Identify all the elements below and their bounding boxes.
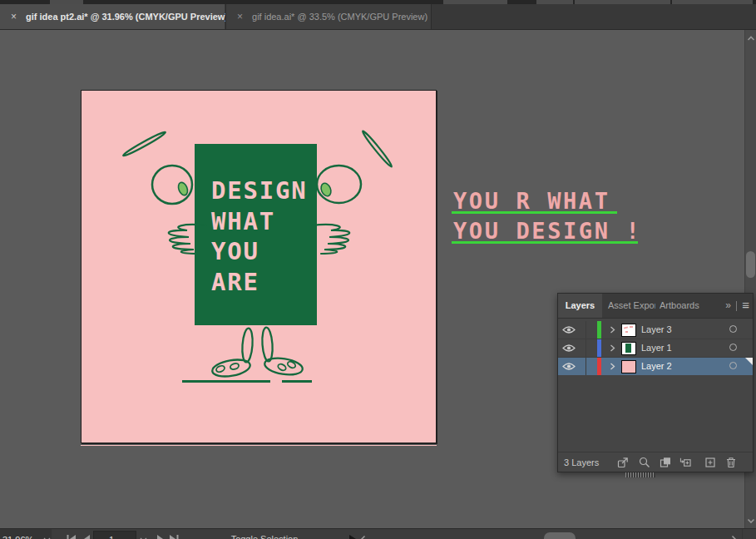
selection-corner-indicator — [745, 358, 753, 365]
layer-name[interactable]: Layer 3 — [641, 321, 672, 339]
left-eyebrow[interactable] — [122, 131, 166, 158]
column-divider — [586, 321, 586, 339]
text-underline-1 — [452, 211, 617, 214]
layer-row-layer-2[interactable]: Layer 2 — [558, 357, 753, 375]
panel-overflow-icon[interactable]: » — [725, 294, 731, 318]
layer-color-bar — [597, 321, 601, 339]
layer-thumbnail[interactable] — [621, 342, 636, 355]
column-divider — [586, 339, 586, 357]
floating-text-line-2[interactable]: YOU DESIGN ! — [453, 220, 641, 242]
sign-text-line-2[interactable]: WHAT — [211, 207, 275, 235]
vertical-scrollbar-thumb[interactable] — [746, 251, 755, 278]
expand-chevron-icon[interactable] — [610, 363, 615, 370]
layer-color-bar — [597, 339, 601, 357]
scroll-up-icon[interactable] — [747, 35, 755, 42]
expand-chevron-icon[interactable] — [610, 326, 615, 334]
artwork-canvas[interactable]: DESIGN WHAT YOU ARE — [82, 91, 436, 443]
artboard-number-field[interactable]: 1 — [93, 531, 136, 539]
zoom-level-value: 31.96% — [0, 535, 33, 539]
sign-text-line-3[interactable]: YOU — [211, 237, 259, 265]
clipping-mask-icon[interactable] — [660, 457, 671, 468]
status-flyout-icon[interactable] — [347, 534, 358, 539]
locate-object-icon[interactable] — [639, 457, 650, 468]
layer-thumbnail[interactable] — [621, 360, 636, 373]
layer-count-label: 3 Layers — [564, 452, 599, 472]
horizontal-scrollbar-thumb[interactable] — [544, 532, 576, 539]
panel-tab-asset-export[interactable]: Asset Export — [608, 294, 655, 318]
scroll-down-icon[interactable] — [747, 517, 755, 524]
panel-resize-grip[interactable] — [625, 472, 655, 477]
collect-for-export-icon[interactable] — [617, 457, 629, 468]
artboard[interactable]: DESIGN WHAT YOU ARE — [81, 90, 437, 443]
panel-tab-artboards[interactable]: Artboards — [660, 294, 706, 318]
next-artboard-icon[interactable] — [155, 534, 166, 539]
column-divider — [586, 358, 586, 375]
right-leg[interactable] — [261, 327, 274, 362]
layers-panel-header: Layers Asset Export Artboards » ≡ — [558, 294, 753, 319]
left-foot-toe-2[interactable] — [230, 363, 240, 370]
status-tool-hint[interactable]: Toggle Selection — [183, 529, 346, 539]
expand-chevron-icon[interactable] — [610, 344, 615, 352]
artboard-number-value: 1 — [94, 535, 114, 539]
layers-panel: Layers Asset Export Artboards » ≡ Layer … — [557, 293, 754, 472]
tab-document-1[interactable]: × gif idea pt2.ai* @ 31.96% (CMYK/GPU Pr… — [0, 4, 225, 29]
target-circle-icon[interactable] — [729, 344, 737, 351]
tab-title: gif idea pt2.ai* @ 31.96% (CMYK/GPU Prev… — [26, 12, 228, 22]
first-artboard-icon[interactable] — [66, 534, 77, 539]
panel-header-divider — [736, 301, 737, 311]
visibility-eye-icon[interactable] — [562, 362, 576, 371]
new-layer-icon[interactable] — [704, 457, 716, 468]
h-scroll-right-icon[interactable] — [731, 535, 737, 539]
sign-text-line-1[interactable]: DESIGN — [211, 176, 308, 205]
new-sublayer-icon[interactable] — [679, 457, 691, 468]
right-eyebrow[interactable] — [361, 130, 393, 168]
h-scroll-left-icon[interactable] — [360, 535, 366, 539]
left-pupil[interactable] — [176, 181, 189, 197]
visibility-eye-icon[interactable] — [562, 344, 576, 353]
text-underline-2 — [452, 241, 638, 244]
tab-document-2[interactable]: × gif idea.ai* @ 33.5% (CMYK/GPU Preview… — [225, 4, 432, 29]
previous-artboard-icon[interactable] — [81, 534, 92, 539]
layer-name[interactable]: Layer 2 — [641, 358, 672, 375]
target-circle-icon[interactable] — [729, 362, 737, 369]
right-foot[interactable] — [264, 356, 304, 378]
left-leg[interactable] — [241, 328, 254, 363]
right-hand-scribble[interactable] — [312, 225, 349, 254]
close-icon[interactable]: × — [237, 4, 243, 29]
floating-text-line-1[interactable]: YOU R WHAT — [453, 190, 610, 212]
layer-color-bar — [597, 358, 601, 375]
layer-row-layer-1[interactable]: Layer 1 — [558, 339, 753, 357]
layers-list: Layer 3 Layer 1 — [558, 321, 753, 375]
delete-layer-icon[interactable] — [725, 457, 737, 468]
close-icon[interactable]: × — [11, 4, 17, 29]
panel-menu-icon[interactable]: ≡ — [742, 294, 749, 318]
tab-title: gif idea.ai* @ 33.5% (CMYK/GPU Preview) — [252, 12, 427, 22]
right-foot-toe-1[interactable] — [277, 363, 287, 372]
layer-row-layer-3[interactable]: Layer 3 — [558, 321, 753, 339]
layers-panel-footer: 3 Layers — [558, 452, 753, 473]
scrollbar-corner — [742, 529, 756, 539]
last-artboard-icon[interactable] — [168, 534, 180, 539]
layer-thumbnail[interactable] — [621, 324, 636, 337]
sign-text-line-4[interactable]: ARE — [211, 268, 259, 296]
panel-tab-layers[interactable]: Layers — [558, 294, 602, 318]
layer-name[interactable]: Layer 1 — [641, 339, 672, 357]
target-circle-icon[interactable] — [729, 325, 737, 333]
status-bar: 31.96% 1 Toggle Selection — [0, 528, 756, 539]
visibility-eye-icon[interactable] — [562, 325, 576, 334]
document-tab-bar: × gif idea pt2.ai* @ 31.96% (CMYK/GPU Pr… — [0, 4, 756, 30]
